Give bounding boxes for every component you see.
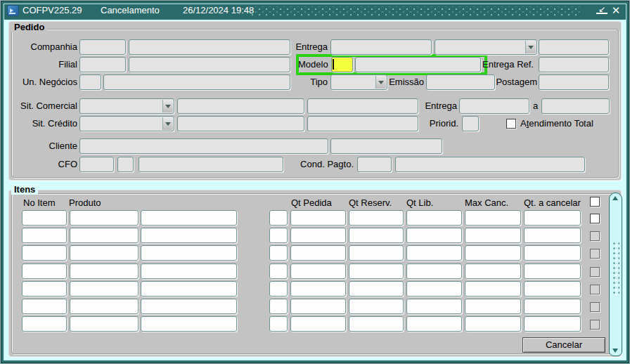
item-qt-reserv-input[interactable]: [349, 264, 404, 279]
item-qt-lib-input[interactable]: [406, 316, 462, 332]
sit-comercial-dropdown[interactable]: [79, 98, 174, 114]
item-max-canc-input[interactable]: [465, 210, 521, 226]
select-all-checkbox[interactable]: [590, 197, 600, 207]
scrollbar-grip[interactable]: [612, 241, 619, 296]
companhia-desc-input[interactable]: [129, 39, 290, 55]
scroll-up-icon[interactable]: [612, 196, 618, 200]
chevron-down-icon[interactable]: [375, 76, 386, 89]
item-qt-pedida-input[interactable]: [290, 299, 346, 314]
cond-pagto-desc-input[interactable]: [395, 157, 585, 172]
item-produto-code-input[interactable]: [70, 316, 139, 332]
item-produto-desc-input[interactable]: [141, 264, 237, 279]
chevron-down-icon[interactable]: [525, 41, 536, 53]
item-un-input[interactable]: [269, 245, 288, 261]
filial-code-input[interactable]: [79, 57, 126, 72]
item-qt-lib-input[interactable]: [406, 264, 462, 279]
item-produto-desc-input[interactable]: [141, 245, 237, 261]
item-max-canc-input[interactable]: [465, 228, 521, 243]
item-qt-reserv-input[interactable]: [349, 245, 404, 261]
item-qt-a-cancelar-input[interactable]: [524, 228, 581, 243]
sit-credito-dropdown[interactable]: [79, 116, 174, 131]
sit-comercial-desc2-input[interactable]: [307, 98, 418, 114]
item-max-canc-input[interactable]: [465, 281, 521, 297]
item-qt-reserv-input[interactable]: [349, 210, 404, 226]
item-qt-pedida-input[interactable]: [290, 245, 346, 261]
entrega-input[interactable]: [330, 39, 432, 55]
item-qt-a-cancelar-input[interactable]: [524, 316, 581, 332]
item-no-input[interactable]: [22, 210, 67, 226]
item-select-checkbox[interactable]: [590, 267, 600, 277]
items-scrollbar[interactable]: [609, 193, 622, 356]
entrega-de-input[interactable]: [459, 98, 529, 114]
item-qt-a-cancelar-input[interactable]: [524, 264, 581, 279]
item-produto-desc-input[interactable]: [141, 210, 237, 226]
item-qt-lib-input[interactable]: [406, 299, 462, 314]
item-un-input[interactable]: [269, 264, 288, 279]
item-no-input[interactable]: [22, 245, 67, 261]
item-qt-reserv-input[interactable]: [349, 316, 404, 332]
item-select-checkbox[interactable]: [590, 320, 600, 330]
cfo-code1-input[interactable]: [79, 157, 114, 172]
close-icon[interactable]: ✕: [610, 5, 622, 16]
item-qt-lib-input[interactable]: [406, 245, 462, 261]
item-produto-code-input[interactable]: [70, 245, 139, 261]
cliente-input[interactable]: [79, 138, 328, 154]
item-produto-desc-input[interactable]: [141, 228, 237, 243]
item-qt-a-cancelar-input[interactable]: [524, 210, 581, 226]
item-qt-reserv-input[interactable]: [349, 228, 404, 243]
sit-credito-desc1-input[interactable]: [177, 116, 304, 131]
item-no-input[interactable]: [22, 264, 67, 279]
item-un-input[interactable]: [269, 316, 288, 332]
chevron-down-icon[interactable]: [162, 117, 173, 130]
item-no-input[interactable]: [22, 316, 67, 332]
item-produto-desc-input[interactable]: [141, 299, 237, 314]
tipo-dropdown[interactable]: [330, 74, 387, 90]
item-select-checkbox[interactable]: [590, 214, 600, 223]
item-qt-pedida-input[interactable]: [290, 281, 346, 297]
entrega-ref-input[interactable]: [539, 57, 609, 72]
item-un-input[interactable]: [269, 228, 288, 243]
item-select-checkbox[interactable]: [590, 249, 600, 259]
item-un-input[interactable]: [269, 299, 288, 314]
cond-pagto-code-input[interactable]: [357, 157, 392, 172]
un-negocios-code-input[interactable]: [79, 74, 101, 90]
sit-comercial-desc1-input[interactable]: [177, 98, 304, 114]
item-max-canc-input[interactable]: [465, 299, 521, 314]
item-produto-code-input[interactable]: [70, 228, 139, 243]
item-qt-lib-input[interactable]: [406, 281, 462, 297]
atendimento-total-checkbox[interactable]: [506, 119, 516, 129]
item-max-canc-input[interactable]: [465, 264, 521, 279]
emissao-input[interactable]: [426, 74, 495, 90]
cancelar-button[interactable]: Cancelar: [522, 337, 605, 353]
item-qt-lib-input[interactable]: [406, 210, 462, 226]
item-produto-desc-input[interactable]: [141, 281, 237, 297]
priorid-input[interactable]: [462, 116, 479, 131]
item-produto-code-input[interactable]: [70, 210, 139, 226]
item-qt-pedida-input[interactable]: [290, 316, 346, 332]
item-no-input[interactable]: [22, 299, 67, 314]
entrega-extra-input[interactable]: [539, 39, 609, 55]
cfo-desc-input[interactable]: [139, 157, 283, 172]
item-no-input[interactable]: [22, 228, 67, 243]
item-max-canc-input[interactable]: [465, 245, 521, 261]
item-select-checkbox[interactable]: [590, 231, 600, 241]
item-produto-code-input[interactable]: [70, 281, 139, 297]
item-produto-code-input[interactable]: [70, 264, 139, 279]
un-negocios-desc-input[interactable]: [103, 74, 290, 90]
item-un-input[interactable]: [269, 281, 288, 297]
scroll-down-icon[interactable]: [612, 349, 618, 353]
item-qt-lib-input[interactable]: [406, 228, 462, 243]
item-qt-a-cancelar-input[interactable]: [524, 299, 581, 314]
item-un-input[interactable]: [269, 210, 288, 226]
item-qt-pedida-input[interactable]: [290, 210, 346, 226]
entrega-dropdown[interactable]: [435, 39, 537, 55]
modelo-desc-input[interactable]: [355, 57, 481, 72]
item-produto-code-input[interactable]: [70, 299, 139, 314]
item-qt-a-cancelar-input[interactable]: [524, 245, 581, 261]
sit-credito-desc2-input[interactable]: [307, 116, 418, 131]
cfo-code2-input[interactable]: [117, 157, 134, 172]
entrega-ate-input[interactable]: [541, 98, 610, 114]
item-no-input[interactable]: [22, 281, 67, 297]
item-select-checkbox[interactable]: [590, 285, 600, 294]
item-qt-pedida-input[interactable]: [290, 228, 346, 243]
